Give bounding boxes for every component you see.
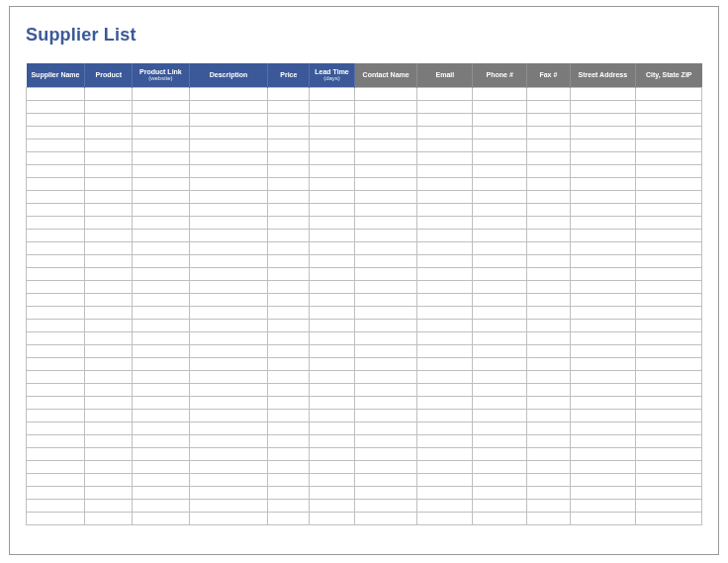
table-cell[interactable]	[354, 126, 417, 139]
table-cell[interactable]	[473, 447, 527, 460]
table-cell[interactable]	[354, 229, 417, 241]
table-cell[interactable]	[417, 100, 473, 113]
table-cell[interactable]	[133, 190, 189, 203]
table-cell[interactable]	[417, 254, 473, 267]
table-cell[interactable]	[310, 512, 355, 524]
table-cell[interactable]	[473, 473, 527, 486]
table-cell[interactable]	[635, 177, 701, 190]
table-cell[interactable]	[635, 254, 701, 267]
table-cell[interactable]	[189, 229, 268, 241]
table-cell[interactable]	[268, 164, 310, 177]
table-cell[interactable]	[85, 267, 133, 280]
table-cell[interactable]	[85, 229, 133, 241]
table-cell[interactable]	[133, 331, 189, 344]
table-cell[interactable]	[635, 151, 701, 164]
table-cell[interactable]	[310, 383, 355, 396]
table-cell[interactable]	[417, 241, 473, 254]
table-cell[interactable]	[354, 241, 417, 254]
table-cell[interactable]	[268, 177, 310, 190]
table-cell[interactable]	[635, 241, 701, 254]
table-cell[interactable]	[354, 87, 417, 100]
table-cell[interactable]	[85, 280, 133, 293]
table-cell[interactable]	[473, 383, 527, 396]
table-cell[interactable]	[354, 139, 417, 151]
table-cell[interactable]	[85, 306, 133, 319]
table-cell[interactable]	[527, 357, 571, 370]
table-cell[interactable]	[473, 241, 527, 254]
table-cell[interactable]	[417, 409, 473, 422]
table-cell[interactable]	[417, 306, 473, 319]
table-cell[interactable]	[417, 460, 473, 473]
table-cell[interactable]	[527, 370, 571, 383]
table-cell[interactable]	[354, 203, 417, 216]
table-cell[interactable]	[473, 87, 527, 100]
table-cell[interactable]	[473, 254, 527, 267]
table-cell[interactable]	[635, 293, 701, 306]
table-cell[interactable]	[268, 87, 310, 100]
table-cell[interactable]	[570, 512, 635, 524]
table-cell[interactable]	[570, 177, 635, 190]
table-cell[interactable]	[27, 422, 85, 434]
table-cell[interactable]	[133, 499, 189, 512]
table-cell[interactable]	[570, 306, 635, 319]
table-cell[interactable]	[417, 319, 473, 331]
table-cell[interactable]	[85, 486, 133, 499]
table-cell[interactable]	[635, 87, 701, 100]
table-cell[interactable]	[310, 460, 355, 473]
table-cell[interactable]	[527, 126, 571, 139]
table-cell[interactable]	[85, 370, 133, 383]
table-cell[interactable]	[635, 190, 701, 203]
table-cell[interactable]	[133, 203, 189, 216]
table-cell[interactable]	[133, 177, 189, 190]
table-cell[interactable]	[268, 229, 310, 241]
table-cell[interactable]	[268, 370, 310, 383]
table-cell[interactable]	[310, 422, 355, 434]
table-cell[interactable]	[133, 473, 189, 486]
table-cell[interactable]	[310, 254, 355, 267]
table-cell[interactable]	[354, 383, 417, 396]
table-cell[interactable]	[570, 254, 635, 267]
table-cell[interactable]	[354, 267, 417, 280]
table-cell[interactable]	[354, 434, 417, 447]
table-cell[interactable]	[189, 383, 268, 396]
table-cell[interactable]	[268, 422, 310, 434]
table-cell[interactable]	[85, 190, 133, 203]
table-cell[interactable]	[473, 344, 527, 357]
table-cell[interactable]	[189, 203, 268, 216]
table-cell[interactable]	[27, 434, 85, 447]
table-cell[interactable]	[635, 126, 701, 139]
table-cell[interactable]	[189, 139, 268, 151]
table-cell[interactable]	[417, 139, 473, 151]
table-cell[interactable]	[27, 383, 85, 396]
table-cell[interactable]	[473, 113, 527, 126]
table-cell[interactable]	[85, 126, 133, 139]
table-cell[interactable]	[268, 460, 310, 473]
table-cell[interactable]	[527, 396, 571, 409]
table-cell[interactable]	[310, 396, 355, 409]
table-cell[interactable]	[310, 241, 355, 254]
table-cell[interactable]	[527, 383, 571, 396]
table-cell[interactable]	[189, 319, 268, 331]
table-cell[interactable]	[133, 486, 189, 499]
table-cell[interactable]	[570, 267, 635, 280]
table-cell[interactable]	[133, 87, 189, 100]
table-cell[interactable]	[635, 370, 701, 383]
table-cell[interactable]	[417, 267, 473, 280]
table-cell[interactable]	[570, 126, 635, 139]
table-cell[interactable]	[27, 241, 85, 254]
table-cell[interactable]	[268, 267, 310, 280]
table-cell[interactable]	[85, 344, 133, 357]
table-cell[interactable]	[27, 177, 85, 190]
table-cell[interactable]	[27, 164, 85, 177]
table-cell[interactable]	[27, 203, 85, 216]
table-cell[interactable]	[473, 293, 527, 306]
table-cell[interactable]	[85, 383, 133, 396]
table-cell[interactable]	[570, 344, 635, 357]
table-cell[interactable]	[189, 499, 268, 512]
table-cell[interactable]	[417, 87, 473, 100]
table-cell[interactable]	[268, 434, 310, 447]
table-cell[interactable]	[417, 370, 473, 383]
table-cell[interactable]	[417, 113, 473, 126]
table-cell[interactable]	[189, 422, 268, 434]
table-cell[interactable]	[268, 306, 310, 319]
